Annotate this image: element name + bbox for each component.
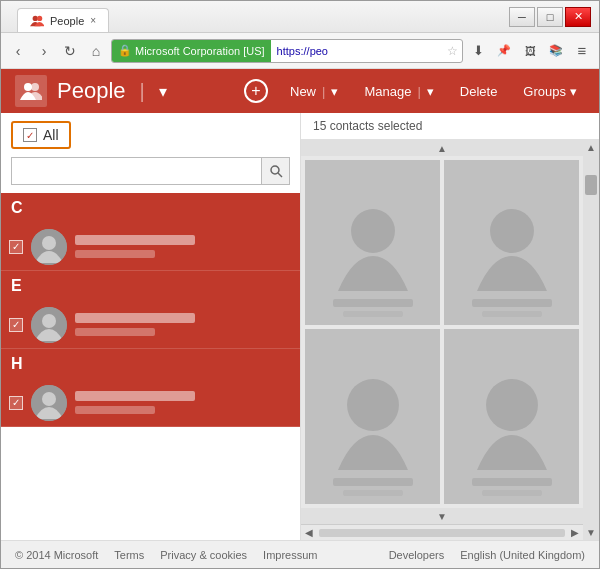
pin-btn[interactable]: 📌	[493, 40, 515, 62]
main-content: ✓ All C ✓	[1, 113, 599, 540]
card-detail-bar-1	[343, 311, 403, 317]
minimize-btn[interactable]: ─	[509, 7, 535, 27]
contact-info-h1	[75, 391, 292, 414]
language-link[interactable]: English (United Kingdom)	[460, 549, 585, 561]
contact-checkbox-c1[interactable]: ✓	[9, 240, 23, 254]
card-avatar-2	[472, 201, 552, 291]
people-tab-icon	[30, 14, 44, 28]
maximize-btn[interactable]: □	[537, 7, 563, 27]
card-detail-bar-2	[482, 311, 542, 317]
svg-point-1	[37, 15, 42, 20]
manage-btn[interactable]: Manage | ▾	[356, 80, 441, 103]
contact-card-1[interactable]	[305, 160, 440, 325]
contact-detail-bar-h	[75, 406, 155, 414]
search-input[interactable]	[12, 158, 261, 184]
all-filter[interactable]: ✓ All	[11, 121, 71, 149]
card-name-bar-1	[333, 299, 413, 307]
menu-btn[interactable]: ≡	[571, 40, 593, 62]
vertical-scrollbar-right: ▲ ▼	[583, 140, 599, 540]
app-header: People | ▾ + New | ▾ Manage | ▾ Delete G…	[1, 69, 599, 113]
contact-checkbox-h1[interactable]: ✓	[9, 396, 23, 410]
new-add-icon[interactable]: +	[244, 79, 268, 103]
contact-card-4[interactable]	[444, 329, 579, 504]
h-scroll-right-btn[interactable]: ▶	[567, 525, 583, 541]
section-h: H	[1, 349, 300, 379]
contact-checkbox-e1[interactable]: ✓	[9, 318, 23, 332]
horizontal-scrollbar: ◀ ▶	[301, 524, 583, 540]
search-button[interactable]	[261, 158, 289, 184]
search-icon	[269, 164, 283, 178]
home-btn[interactable]: ⌂	[85, 40, 107, 62]
main-window: People × ─ □ ✕ ‹ › ↻ ⌂ 🔒 Microsoft Corpo…	[0, 0, 600, 569]
contact-name-bar-e	[75, 313, 195, 323]
contact-avatar-h1	[31, 385, 67, 421]
svg-point-2	[24, 83, 32, 91]
titlebar: People × ─ □ ✕	[1, 1, 599, 33]
contact-info-c1	[75, 235, 292, 258]
h-scroll-left-btn[interactable]: ◀	[301, 525, 317, 541]
scroll-down-arrow[interactable]: ▼	[301, 508, 583, 524]
grid-area: ▲	[301, 140, 599, 540]
contact-avatar-e1	[31, 307, 67, 343]
contact-name-bar	[75, 235, 195, 245]
people-header-icon	[20, 80, 42, 102]
all-checkbox[interactable]: ✓	[23, 128, 37, 142]
app-title: People	[57, 78, 126, 104]
left-panel: ✓ All C ✓	[1, 113, 301, 540]
h-scroll-track	[319, 529, 565, 537]
copyright: © 2014 Microsoft	[15, 549, 98, 561]
search-bar	[11, 157, 290, 185]
contact-item-c1[interactable]: ✓	[1, 223, 300, 271]
tab-title: People	[50, 15, 84, 27]
svg-point-15	[486, 379, 538, 431]
address-bar: ‹ › ↻ ⌂ 🔒 Microsoft Corporation [US] htt…	[1, 33, 599, 69]
contact-avatar-c1	[31, 229, 67, 265]
groups-btn[interactable]: Groups ▾	[515, 80, 585, 103]
close-btn[interactable]: ✕	[565, 7, 591, 27]
contact-card-3[interactable]	[305, 329, 440, 504]
terms-link[interactable]: Terms	[114, 549, 144, 561]
app-title-dropdown[interactable]: ▾	[159, 82, 167, 101]
favorite-star-icon[interactable]: ☆	[443, 44, 462, 58]
contacts-grid	[301, 156, 583, 508]
header-divider: |	[140, 80, 145, 103]
tab-close-btn[interactable]: ×	[90, 15, 96, 26]
new-btn[interactable]: New | ▾	[282, 80, 346, 103]
download-btn[interactable]: ⬇	[467, 40, 489, 62]
impressum-link[interactable]: Impressum	[263, 549, 317, 561]
people-tab[interactable]: People ×	[17, 8, 109, 32]
stack-btn[interactable]: 📚	[545, 40, 567, 62]
svg-point-4	[271, 166, 279, 174]
avatar-icon-e1	[31, 307, 67, 343]
section-e: E	[1, 271, 300, 301]
contact-card-2[interactable]	[444, 160, 579, 325]
delete-btn[interactable]: Delete	[452, 80, 506, 103]
v-scroll-down-btn[interactable]: ▼	[584, 525, 598, 540]
window-controls: ─ □ ✕	[509, 7, 591, 27]
scroll-up-arrow[interactable]: ▲	[301, 140, 583, 156]
v-scroll-up-btn[interactable]: ▲	[584, 140, 598, 155]
app-icon-btn[interactable]: 🖼	[519, 40, 541, 62]
developers-link[interactable]: Developers	[389, 549, 445, 561]
card-detail-bar-3	[343, 490, 403, 496]
tab-bar: People ×	[17, 1, 109, 32]
card-avatar-4	[472, 370, 552, 470]
refresh-btn[interactable]: ↻	[59, 40, 81, 62]
grid-column: ▲	[301, 140, 583, 540]
url-bar[interactable]: 🔒 Microsoft Corporation [US] https://peo…	[111, 39, 463, 63]
contact-detail-bar-e	[75, 328, 155, 336]
right-panel: 15 contacts selected ▲	[301, 113, 599, 540]
svg-point-9	[42, 314, 56, 328]
contact-item-e1[interactable]: ✓	[1, 301, 300, 349]
privacy-link[interactable]: Privacy & cookies	[160, 549, 247, 561]
v-scroll-thumb[interactable]	[585, 175, 597, 195]
back-btn[interactable]: ‹	[7, 40, 29, 62]
section-c: C	[1, 193, 300, 223]
svg-point-7	[42, 236, 56, 250]
svg-point-3	[31, 83, 39, 91]
contact-name-bar-h	[75, 391, 195, 401]
forward-btn[interactable]: ›	[33, 40, 55, 62]
lock-icon: 🔒	[118, 44, 132, 57]
contact-item-h1[interactable]: ✓	[1, 379, 300, 427]
svg-point-14	[347, 379, 399, 431]
